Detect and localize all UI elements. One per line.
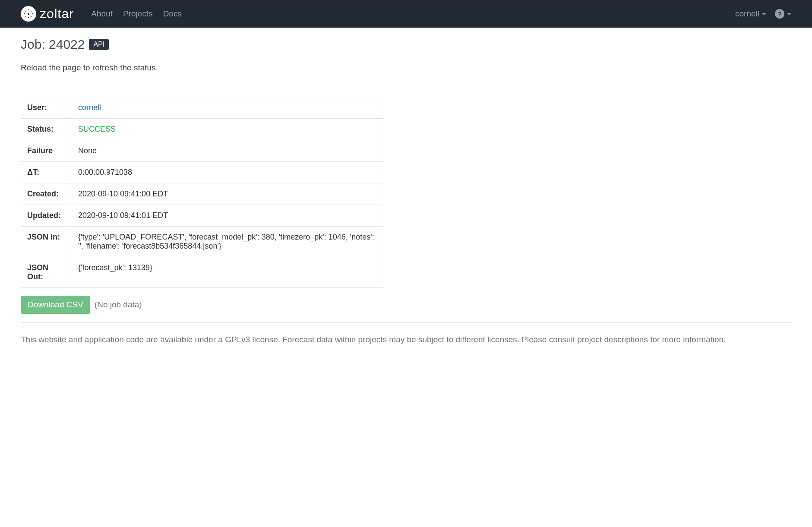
- content: Job: 24022 API Reload the page to refres…: [0, 28, 812, 356]
- user-link[interactable]: cornell: [78, 103, 101, 112]
- divider: [21, 322, 791, 323]
- nav-link-docs[interactable]: Docs: [163, 9, 182, 19]
- navbar-right: cornell ?: [735, 9, 791, 19]
- chevron-down-icon: [762, 13, 766, 15]
- table-row: FailureNone: [21, 140, 383, 162]
- row-label: Created:: [21, 183, 72, 205]
- question-icon: ?: [775, 9, 784, 19]
- table-row: Updated:2020-09-10 09:41:01 EDT: [21, 205, 383, 227]
- row-value: {'type': 'UPLOAD_FORECAST', 'forecast_mo…: [72, 227, 383, 257]
- row-value: 0:00:00.971038: [72, 162, 383, 183]
- table-row: ΔT:0:00:00.971038: [21, 162, 383, 183]
- no-data-note: (No job data): [95, 300, 142, 309]
- table-row: JSON Out:{'forecast_pk': 13139}: [21, 257, 383, 288]
- title-text: Job: 24022: [21, 37, 85, 52]
- nav-link-projects[interactable]: Projects: [123, 9, 153, 19]
- row-label: Updated:: [21, 205, 72, 227]
- brand-icon: [21, 6, 36, 22]
- row-label: User:: [21, 97, 72, 119]
- table-row: Status:SUCCESS: [21, 119, 383, 140]
- job-details-table: User:cornellStatus:SUCCESSFailureNoneΔT:…: [21, 97, 383, 288]
- help-menu[interactable]: ?: [775, 9, 791, 19]
- user-menu[interactable]: cornell: [735, 9, 766, 19]
- row-label: Status:: [21, 119, 72, 140]
- footer-text: This website and application code are av…: [21, 333, 791, 346]
- nav-link-about[interactable]: About: [91, 9, 113, 19]
- row-value: 2020-09-10 09:41:00 EDT: [72, 183, 383, 205]
- download-csv-button[interactable]: Download CSV: [21, 296, 90, 314]
- user-label: cornell: [735, 9, 759, 19]
- row-label: JSON In:: [21, 227, 72, 257]
- nav-links: About Projects Docs: [91, 9, 182, 19]
- status-badge: SUCCESS: [78, 125, 116, 133]
- brand-label: zoltar: [40, 6, 74, 21]
- download-row: Download CSV (No job data): [21, 296, 791, 314]
- subtitle: Reload the page to refresh the status.: [21, 63, 791, 73]
- row-value: None: [72, 140, 383, 162]
- row-value: cornell: [72, 97, 383, 119]
- row-value: SUCCESS: [72, 119, 383, 140]
- navbar: zoltar About Projects Docs cornell ?: [0, 0, 812, 28]
- page-title: Job: 24022 API: [21, 37, 791, 52]
- row-label: Failure: [21, 140, 72, 162]
- navbar-left: zoltar About Projects Docs: [21, 6, 182, 22]
- table-row: User:cornell: [21, 97, 383, 119]
- row-label: JSON Out:: [21, 257, 72, 288]
- api-badge[interactable]: API: [89, 39, 109, 50]
- row-value: {'forecast_pk': 13139}: [72, 257, 383, 288]
- chevron-down-icon: [787, 13, 791, 15]
- row-value: 2020-09-10 09:41:01 EDT: [72, 205, 383, 227]
- row-label: ΔT:: [21, 162, 72, 183]
- table-row: JSON In:{'type': 'UPLOAD_FORECAST', 'for…: [21, 227, 383, 257]
- table-row: Created:2020-09-10 09:41:00 EDT: [21, 183, 383, 205]
- brand[interactable]: zoltar: [21, 6, 74, 22]
